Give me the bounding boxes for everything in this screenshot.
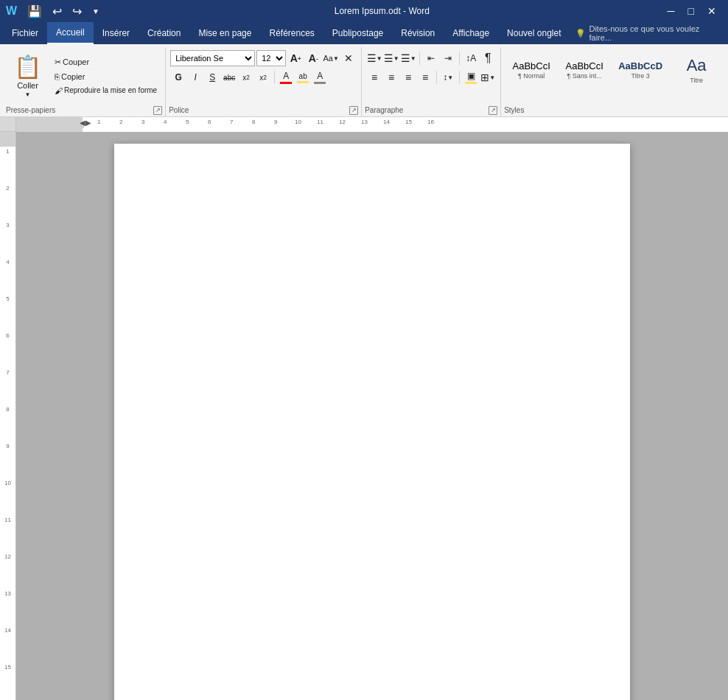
highlight-button[interactable]: ab [295,69,311,85]
font-size-select[interactable]: 12 [256,50,286,66]
ribbon: 📋 Coller ▼ ✂ Couper ⎘ Copier [0,44,728,117]
ordered-list-button[interactable]: ☰▼ [383,50,399,66]
style-titre-button[interactable]: Aa Titre [671,52,722,87]
menu-inserer[interactable]: Insérer [94,22,139,44]
clear-format-button[interactable]: ✕ [340,50,357,66]
menu-revision[interactable]: Révision [392,22,444,44]
bold-button[interactable]: G [170,69,186,85]
style-titre-label: Titre [690,77,703,84]
qs-dropdown-icon[interactable]: ▼ [89,7,102,15]
copier-label: Copier [61,72,85,81]
document-page[interactable]: Lorem Ipsum [114,144,630,700]
line-spacing-button[interactable]: ↕▼ [440,69,456,85]
strikethrough-button[interactable]: abc [221,69,237,85]
quick-save-icon[interactable]: 💾 [24,4,45,18]
maximize-button[interactable]: □ [682,4,700,18]
styles-group-inner: AaBbCcI ¶ Normal AaBbCcI ¶ Sans int... A… [501,47,728,93]
clipboard-group: 📋 Coller ▼ ✂ Couper ⎘ Copier [3,47,166,116]
clipboard-footer: Presse-papiers ↗ [3,105,165,116]
para-divider2 [459,52,460,65]
v-ruler-7: 7 [6,369,9,376]
v-ruler-15: 15 [4,664,11,671]
subscript-button[interactable]: x2 [238,69,254,85]
font-divider [274,71,275,84]
indent-more-button[interactable]: ⇥ [440,50,456,66]
clipboard-expand-btn[interactable]: ↗ [153,106,162,115]
style-sans-int-preview: AaBbCcI [566,60,603,72]
indent-less-button[interactable]: ⇤ [423,50,439,66]
clipboard-group-body: 📋 Coller ▼ ✂ Couper ⎘ Copier [3,47,165,105]
justify-button[interactable]: ≡ [417,69,433,85]
unordered-list-button[interactable]: ☰▼ [366,50,382,66]
font-row2: G I S abc x2 x2 A ab [170,69,357,85]
paste-button[interactable]: 📋 Coller ▼ [7,50,48,102]
v-ruler-8: 8 [6,406,9,413]
menu-publipostage[interactable]: Publipostage [323,22,392,44]
menu-affichage[interactable]: Affichage [444,22,498,44]
multilevel-list-button[interactable]: ☰▼ [400,50,416,66]
style-normal-preview: AaBbCcI [513,60,550,72]
couper-label: Couper [63,57,89,66]
police-expand-btn[interactable]: ↗ [349,106,358,115]
menu-fichier[interactable]: Fichier [3,22,47,44]
style-sans-int-label: ¶ Sans int... [567,72,601,80]
reproduire-button[interactable]: 🖌 Reproduire la mise en forme [51,84,161,97]
document-heading[interactable]: Lorem Ipsum [217,697,528,700]
case-button[interactable]: Aa▼ [323,50,339,66]
align-left-button[interactable]: ≡ [366,69,382,85]
menu-misepage[interactable]: Mise en page [189,22,260,44]
shade-button[interactable]: A [312,69,328,85]
police-footer: Police ↗ [166,105,361,116]
menu-references[interactable]: Références [260,22,323,44]
italic-button[interactable]: I [187,69,203,85]
show-marks-button[interactable]: ¶ [480,50,496,66]
shading-button[interactable]: ▣ [463,69,479,85]
styles-group: AaBbCcI ¶ Normal AaBbCcI ¶ Sans int... A… [501,47,728,116]
underline-button[interactable]: S [204,69,220,85]
para-row1: ☰▼ ☰▼ ☰▼ ⇤ ⇥ ↕A ¶ [366,50,496,66]
style-sans-int-button[interactable]: AaBbCcI ¶ Sans int... [559,57,610,84]
paste-label: Coller [17,81,38,90]
minimize-button[interactable]: ─ [662,4,681,18]
title-bar-right: ─ □ ✕ [662,4,722,18]
page-content-area[interactable]: Lorem Ipsum [173,203,571,700]
menu-creation[interactable]: Création [139,22,189,44]
styles-label: Styles [504,106,524,114]
lightbulb-icon: 💡 [575,29,586,38]
styles-scroll-down[interactable]: ▼ [725,63,728,77]
close-button[interactable]: ✕ [701,4,722,18]
v-ruler-5: 5 [6,295,9,302]
font-grow-button[interactable]: A+ [287,50,304,66]
style-titre3-button[interactable]: AaBbCcD Titre 3 [612,57,669,84]
left-margin-marker[interactable]: ◀▶ [80,119,91,127]
paragraphe-expand-btn[interactable]: ↗ [489,106,497,115]
font-shrink-button[interactable]: A- [305,50,321,66]
superscript-button[interactable]: x2 [255,69,271,85]
font-name-select[interactable]: Liberation Se [170,50,255,66]
para-divider4 [459,71,460,84]
undo-icon[interactable]: ↩ [49,4,65,18]
menu-nouvel-onglet[interactable]: Nouvel onglet [498,22,570,44]
menu-accueil[interactable]: Accueil [47,22,94,44]
paragraphe-footer: Paragraphe ↗ [362,105,500,116]
scissors-icon: ✂ [55,57,61,67]
help-search-text[interactable]: Dites-nous ce que vous voulez faire... [589,24,719,42]
styles-scroll-up[interactable]: ▲ [725,50,728,63]
font-color-button[interactable]: A [278,69,294,85]
app-icon: W [6,4,17,18]
redo-icon[interactable]: ↪ [69,4,85,18]
align-right-button[interactable]: ≡ [400,69,416,85]
styles-expand-btn[interactable]: ⊞ [725,77,728,90]
paragraphe-label: Paragraphe [365,106,403,114]
paragraphe-group-body: ☰▼ ☰▼ ☰▼ ⇤ ⇥ ↕A ¶ ≡ ≡ ≡ ≡ ↕▼ [362,47,500,105]
sort-button[interactable]: ↕A [463,50,479,66]
clipboard-label: Presse-papiers [6,106,55,114]
style-normal-button[interactable]: AaBbCcI ¶ Normal [505,57,557,84]
borders-button[interactable]: ⊞▼ [480,69,496,85]
couper-button[interactable]: ✂ Couper [51,55,161,69]
align-center-button[interactable]: ≡ [383,69,399,85]
clipboard-inner: 📋 Coller ▼ ✂ Couper ⎘ Copier [3,47,165,105]
document-area[interactable]: Lorem Ipsum [16,132,728,700]
copier-button[interactable]: ⎘ Copier [51,70,161,83]
paste-dropdown-icon[interactable]: ▼ [25,91,31,98]
